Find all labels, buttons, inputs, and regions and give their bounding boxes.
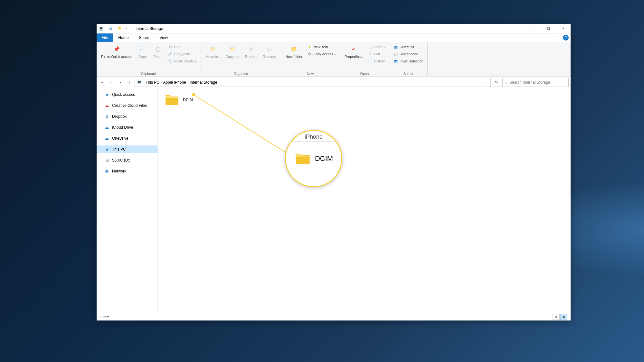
sidebar-label: SDXC (D:) — [112, 158, 130, 162]
sidebar-network[interactable]: 🖧Network — [97, 167, 157, 175]
content-pane[interactable]: DCIM iPhone DCIM — [158, 88, 571, 313]
ribbon-group-clipboard: 📌 Pin to Quick access 📄 Copy 📋 Paste ✂Cu… — [97, 42, 201, 76]
help-icon[interactable]: ? — [563, 35, 569, 41]
open-button[interactable]: ▢Open ▾ — [366, 44, 386, 50]
select-none-button[interactable]: ▢Select none — [392, 51, 425, 57]
properties-icon: ✔ — [348, 44, 359, 54]
breadcrumb-internal-storage[interactable]: Internal Storage — [190, 80, 217, 85]
address-bar[interactable]: 💻 › This PC › Apple iPhone › Internal St… — [135, 78, 491, 87]
invert-selection-icon: ◩ — [393, 59, 398, 64]
open-icon: ▢ — [367, 44, 373, 50]
copy-to-button[interactable]: 📁 Copy to ▾ — [223, 43, 242, 60]
select-all-label: Select all — [400, 45, 414, 49]
status-text: 1 item — [100, 315, 109, 319]
paste-shortcut-label: Paste shortcut — [174, 59, 197, 63]
easy-access-label: Easy access — [313, 52, 333, 56]
sd-card-icon: ▤ — [104, 158, 109, 163]
organize-group-label: Organize — [204, 71, 278, 76]
ribbon-tabs: File Home Share View ⌃ ? — [97, 33, 571, 42]
collapse-ribbon-icon[interactable]: ⌃ — [556, 35, 561, 41]
navigation-row: ← → ▾ ↑ 💻 › This PC › Apple iPhone › Int… — [97, 77, 571, 88]
easy-access-button[interactable]: ⚙Easy access ▾ — [306, 51, 337, 57]
sidebar-label: Creative Cloud Files — [112, 103, 147, 108]
chevron-right-icon[interactable]: › — [143, 81, 144, 84]
sidebar-label: Quick access — [112, 92, 135, 97]
copy-to-label: Copy to — [225, 55, 238, 59]
move-to-button[interactable]: 📁 Move to ▾ — [204, 43, 222, 60]
device-icon: 💻 — [99, 26, 104, 31]
sidebar-creative-cloud[interactable]: ☁Creative Cloud Files — [97, 102, 157, 109]
sidebar-label: OneDrive — [112, 136, 128, 141]
device-path-icon: 💻 — [137, 80, 142, 85]
ribbon-group-select: ▦Select all ▢Select none ◩Invert selecti… — [389, 42, 428, 76]
status-bar: 1 item ≡ ▦ — [97, 313, 571, 320]
file-explorer-window: 💻 ☑ 📁 ▾ Internal Storage — ☐ ✕ File Home… — [97, 24, 571, 320]
pin-quick-access-button[interactable]: 📌 Pin to Quick access — [99, 43, 134, 60]
close-button[interactable]: ✕ — [556, 24, 571, 33]
details-view-button[interactable]: ≡ — [553, 314, 560, 320]
maximize-button[interactable]: ☐ — [541, 24, 556, 33]
history-icon: 🕘 — [367, 59, 373, 64]
sidebar-this-pc[interactable]: 🖥This PC — [97, 145, 157, 153]
navigation-pane[interactable]: ★Quick access ☁Creative Cloud Files ⧉Dro… — [97, 88, 158, 313]
view-switcher: ≡ ▦ — [553, 314, 567, 320]
qa-dropdown-icon[interactable]: ▾ — [124, 26, 129, 31]
magnifier-top-text: iPhone — [305, 134, 323, 140]
address-dropdown-icon[interactable]: ⌄ — [483, 81, 488, 84]
chevron-right-icon[interactable]: › — [187, 81, 188, 84]
new-item-button[interactable]: ✦New item ▾ — [306, 44, 337, 50]
copy-path-button[interactable]: 🔗Copy path — [166, 51, 198, 57]
sidebar-onedrive[interactable]: ☁OneDrive — [97, 135, 157, 142]
breadcrumb-apple-iphone[interactable]: Apple iPhone — [163, 80, 186, 85]
history-button[interactable]: 🕘History — [366, 58, 386, 64]
pin-label: Pin to Quick access — [101, 55, 132, 59]
cut-icon: ✂ — [168, 44, 173, 50]
clipboard-group-label: Clipboard — [99, 71, 198, 76]
back-button[interactable]: ← — [99, 79, 106, 86]
minimize-button[interactable]: — — [526, 24, 541, 33]
easy-access-icon: ⚙ — [307, 51, 312, 57]
properties-button[interactable]: ✔ Properties ▾ — [343, 43, 365, 60]
search-input[interactable] — [509, 80, 566, 85]
magnifier-body: DCIM — [294, 150, 333, 167]
large-icons-view-button[interactable]: ▦ — [560, 314, 567, 320]
delete-button[interactable]: ✕ Delete ▾ — [243, 43, 260, 60]
up-button[interactable]: ↑ — [126, 79, 133, 86]
ribbon-group-organize: 📁 Move to ▾ 📁 Copy to ▾ ✕ Delete ▾ ▭ Ren… — [201, 42, 281, 76]
paste-icon: 📋 — [153, 44, 163, 54]
sidebar-quick-access[interactable]: ★Quick access — [97, 91, 157, 98]
sidebar-label: This PC — [112, 147, 126, 152]
sidebar-sdxc[interactable]: ▤SDXC (D:) — [97, 156, 157, 164]
search-icon: ⌕ — [505, 80, 507, 85]
chevron-right-icon[interactable]: › — [161, 81, 162, 84]
cut-button[interactable]: ✂Cut — [166, 44, 198, 50]
refresh-button[interactable]: ⟳ — [492, 78, 501, 87]
separator — [106, 26, 106, 31]
folder-dcim[interactable]: DCIM — [164, 92, 193, 107]
tab-file[interactable]: File — [97, 33, 113, 42]
magnifier-divider — [290, 141, 337, 142]
breadcrumb-this-pc[interactable]: This PC — [146, 80, 159, 85]
dropbox-icon: ⧉ — [104, 114, 109, 119]
tab-home[interactable]: Home — [113, 33, 134, 42]
copy-button[interactable]: 📄 Copy — [136, 43, 150, 60]
new-folder-button[interactable]: 📁 New folder — [284, 43, 305, 60]
paste-button[interactable]: 📋 Paste — [151, 43, 165, 60]
select-all-button[interactable]: ▦Select all — [392, 44, 425, 50]
tab-view[interactable]: View — [154, 33, 173, 42]
properties-qa-icon[interactable]: ☑ — [108, 26, 113, 31]
select-group-label: Select — [392, 71, 425, 76]
search-box[interactable]: ⌕ — [502, 78, 569, 87]
forward-button[interactable]: → — [108, 79, 115, 86]
invert-selection-button[interactable]: ◩Invert selection — [392, 58, 425, 64]
crumb-label: Apple iPhone — [163, 80, 186, 85]
ribbon: 📌 Pin to Quick access 📄 Copy 📋 Paste ✂Cu… — [97, 42, 571, 77]
rename-button[interactable]: ▭ Rename — [261, 43, 278, 60]
sidebar-icloud[interactable]: ☁iCloud Drive — [97, 124, 157, 131]
sidebar-dropbox[interactable]: ⧉Dropbox — [97, 113, 157, 120]
recent-locations-button[interactable]: ▾ — [117, 79, 124, 86]
tab-share[interactable]: Share — [134, 33, 154, 42]
edit-button[interactable]: ✎Edit — [366, 51, 386, 57]
paste-shortcut-button[interactable]: 📎Paste shortcut — [166, 58, 198, 64]
this-pc-icon: 🖥 — [104, 147, 109, 152]
